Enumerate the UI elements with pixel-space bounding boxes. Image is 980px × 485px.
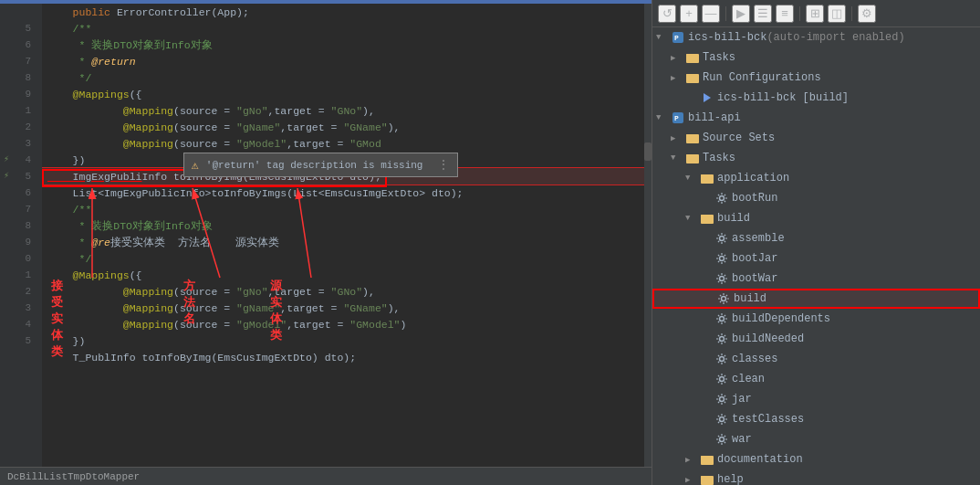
tree-item[interactable]: ▶Source Sets — [652, 128, 980, 148]
svg-rect-21 — [701, 215, 706, 217]
svg-point-31 — [720, 417, 725, 422]
svg-rect-16 — [686, 154, 692, 157]
svg-rect-7 — [686, 54, 692, 57]
tree-label: build — [717, 212, 750, 225]
svg-rect-18 — [701, 174, 706, 177]
tree-label: buildDependents — [732, 312, 830, 325]
tree-item[interactable]: buildDependents — [652, 309, 980, 329]
tree-label: bootWar — [732, 272, 777, 285]
tree-label: assemble — [732, 232, 785, 245]
tree-item[interactable]: ▶documentation — [652, 449, 980, 469]
tree-label: testClasses — [732, 413, 804, 426]
list-button[interactable]: ☰ — [754, 5, 772, 23]
tooltip: ⚠ '@return' tag description is missing ⋮ — [183, 153, 458, 177]
settings-button[interactable]: ⚙ — [858, 5, 876, 23]
svg-point-22 — [720, 237, 725, 241]
tree-item[interactable]: ▶Run Configurations — [652, 68, 980, 88]
tree-label: documentation — [717, 453, 803, 466]
tree-item[interactable]: jar — [652, 389, 980, 409]
tree-item[interactable]: bootRun — [652, 188, 980, 208]
list2-button[interactable]: ≡ — [776, 5, 794, 23]
tree-item[interactable]: war — [652, 429, 980, 449]
svg-point-24 — [720, 277, 725, 281]
tree-item[interactable]: testClasses — [652, 409, 980, 429]
tree-label: buildNeeded — [732, 332, 804, 345]
tree-item[interactable]: clean — [652, 369, 980, 389]
gradle-toolbar: ↺ + — ▶ ☰ ≡ ⊞ ◫ ⚙ — [652, 0, 980, 27]
refresh-button[interactable]: ↺ — [658, 5, 676, 23]
tree-item[interactable]: classes — [652, 349, 980, 369]
split-button[interactable]: ◫ — [828, 5, 846, 23]
tree-label: Tasks — [703, 152, 735, 164]
svg-point-28 — [720, 357, 725, 362]
svg-point-23 — [720, 257, 725, 261]
code-editor[interactable]: 56789123⚡4⚡56789012345 public ErrorContr… — [0, 0, 652, 485]
bottom-bar: DcBillListTmpDtoMapper — [0, 467, 652, 485]
tree-item[interactable]: ▼Pics-bill-bck (auto-import enabled) — [652, 27, 980, 47]
svg-point-25 — [722, 297, 726, 301]
tree-label: bill-api — [688, 111, 741, 124]
separator-3 — [851, 6, 852, 21]
tree-label: bootJar — [732, 252, 777, 265]
scrollbar[interactable] — [644, 4, 652, 467]
svg-text:P: P — [674, 34, 679, 42]
gradle-tree[interactable]: ▼Pics-bill-bck (auto-import enabled)▶Tas… — [652, 27, 980, 485]
tree-label: classes — [732, 353, 777, 365]
tree-label: jar — [732, 393, 752, 406]
tree-label: help — [717, 473, 744, 485]
tree-label: Tasks — [703, 51, 735, 64]
svg-rect-14 — [686, 134, 692, 137]
tooltip-close[interactable]: ⋮ — [437, 157, 450, 173]
separator-2 — [799, 6, 800, 21]
tree-item[interactable]: build — [652, 289, 980, 309]
tree-item[interactable]: ▼Pbill-api — [652, 108, 980, 128]
tree-label: ics-bill-bck [build] — [717, 91, 849, 104]
tree-label: Source Sets — [703, 132, 775, 144]
svg-rect-36 — [701, 476, 706, 479]
grid-button[interactable]: ⊞ — [806, 5, 824, 23]
tree-label: war — [732, 433, 752, 446]
run-button[interactable]: ▶ — [732, 5, 750, 23]
svg-rect-34 — [701, 456, 706, 459]
svg-point-26 — [720, 317, 725, 322]
svg-text:P: P — [674, 114, 679, 122]
svg-point-27 — [720, 337, 725, 342]
tooltip-icon: ⚠ — [192, 158, 199, 173]
tree-label: Run Configurations — [703, 71, 821, 84]
tree-item[interactable]: ▼application — [652, 168, 980, 188]
tree-item[interactable]: bootJar — [652, 248, 980, 269]
svg-point-32 — [720, 438, 725, 442]
svg-point-29 — [720, 377, 725, 382]
bottom-label: DcBillListTmpDtoMapper — [7, 471, 140, 482]
tooltip-text: '@return' tag description is missing — [206, 160, 423, 171]
svg-rect-9 — [686, 74, 692, 77]
minus-button[interactable]: — — [702, 5, 720, 23]
tree-item[interactable]: ics-bill-bck [build] — [652, 88, 980, 108]
tree-label-extra: (auto-import enabled) — [766, 31, 904, 44]
tree-label: bootRun — [732, 192, 777, 205]
separator-1 — [725, 6, 726, 21]
svg-point-19 — [720, 196, 725, 201]
tree-item[interactable]: ▶Tasks — [652, 47, 980, 68]
tree-label: clean — [732, 373, 765, 385]
tree-item[interactable]: ▶help — [652, 469, 980, 485]
gradle-panel: ↺ + — ▶ ☰ ≡ ⊞ ◫ ⚙ ▼Pics-bill-bck (auto-i… — [652, 0, 980, 485]
tree-item[interactable]: buildNeeded — [652, 329, 980, 349]
tree-label: build — [734, 292, 766, 305]
tree-item[interactable]: ▼Tasks — [652, 148, 980, 168]
tree-item[interactable]: ▼build — [652, 208, 980, 228]
code-area: 56789123⚡4⚡56789012345 public ErrorContr… — [0, 4, 652, 467]
tree-item[interactable]: assemble — [652, 228, 980, 248]
add-button[interactable]: + — [680, 5, 698, 23]
tree-label: application — [717, 172, 789, 185]
tree-item[interactable]: bootWar — [652, 269, 980, 289]
svg-point-30 — [720, 397, 725, 402]
svg-marker-10 — [704, 93, 711, 102]
tree-label: ics-bill-bck — [688, 31, 766, 44]
